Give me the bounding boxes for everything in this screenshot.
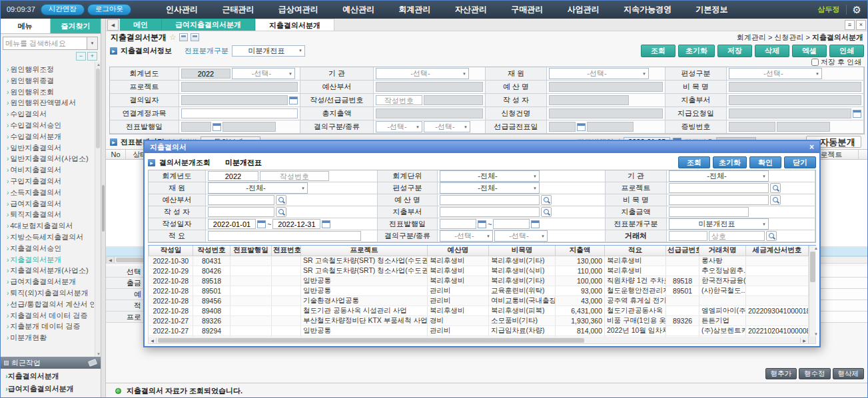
sidebar-item[interactable]: ›수입결의서 <box>7 108 94 120</box>
column-header[interactable]: 선급금번호 <box>666 246 699 256</box>
sidebar-item[interactable]: ›지출결의서분개(사업소) <box>7 265 94 276</box>
sidebar-item[interactable]: ›일반지출결의서(사업소) <box>7 153 94 164</box>
close-icon[interactable]: × <box>809 143 814 151</box>
document-tab[interactable]: 급여지출결의서분개 <box>162 19 255 31</box>
fiscal-half-select[interactable]: -선택-▼ <box>232 68 295 79</box>
summary-input[interactable] <box>208 231 361 241</box>
toolbar-button[interactable]: 저장 <box>717 45 752 57</box>
sidebar-item[interactable]: ›원인행위조정 <box>7 64 94 75</box>
fund-select[interactable]: -선택-▼ <box>549 68 649 79</box>
toolbar-button[interactable]: 초기화 <box>678 45 715 57</box>
column-header[interactable]: 세금계산서번호 <box>746 246 809 256</box>
top-menu-item[interactable]: 회계관리 <box>399 4 431 15</box>
recent-work-item[interactable]: ›급여지출결의서분개 <box>5 383 101 395</box>
search-icon[interactable] <box>276 207 286 217</box>
scroll-down-icon[interactable]: ▼ <box>813 332 819 336</box>
table-row[interactable]: 2022-10-27 89326 부산철도차량정비단 KTX 부품세척 사업 경… <box>149 315 809 325</box>
collapse-all-button[interactable]: − <box>76 52 86 61</box>
decision-kind-select[interactable]: -선택-▼ <box>376 121 422 132</box>
decision-type-select[interactable]: -선택-▼ <box>494 230 548 242</box>
scroll-thumb[interactable] <box>810 252 815 282</box>
slip-from-input[interactable] <box>440 219 476 229</box>
splitter-thumb[interactable] <box>102 185 105 232</box>
menu-search-input[interactable] <box>3 37 87 50</box>
sidebar-item[interactable]: ›수입결의서승인 <box>7 120 94 131</box>
sidebar-item[interactable]: ›지출결의서승인 <box>7 243 94 254</box>
scroll-up-icon[interactable]: ▲ <box>813 246 819 250</box>
column-header[interactable]: 작성일 <box>149 246 193 256</box>
voucher-input2[interactable] <box>777 122 830 132</box>
sidebar-item[interactable]: ›지방소득세지출결의서 <box>7 232 94 243</box>
search-icon[interactable] <box>541 195 552 205</box>
amount-input[interactable] <box>669 207 749 217</box>
top-menu-item[interactable]: 구매관리 <box>511 4 543 15</box>
sidebar-item[interactable]: ›선급/통합결의서 계산서 연 <box>7 299 94 310</box>
link-account-input[interactable] <box>181 108 298 118</box>
top-menu-item[interactable]: 지속가능경영 <box>624 4 671 15</box>
expand-all-button[interactable]: + <box>87 52 97 61</box>
column-header[interactable]: 전표발행일 <box>230 246 272 256</box>
column-header[interactable]: 거래처명 <box>699 246 746 256</box>
row-button[interactable]: 행추가 <box>765 368 797 379</box>
scroll-right-icon[interactable]: ▶ <box>800 338 808 343</box>
scroll-left-icon[interactable]: ◀ <box>149 338 157 343</box>
sidebar-item[interactable]: ›급여지출결의서분개 <box>7 276 94 288</box>
toolbar-button[interactable]: 인쇄 <box>829 45 864 57</box>
slip-date-input[interactable] <box>181 122 211 132</box>
sidebar-item[interactable]: ›소득지출결의서 <box>7 187 94 198</box>
acct-unit-select[interactable]: -전체-▼ <box>440 170 540 182</box>
sidebar-item[interactable]: ›원인행위잔액명세서 <box>7 97 94 108</box>
column-header[interactable]: 적요 <box>605 246 666 256</box>
favorite-star-icon[interactable]: ☆ <box>169 33 177 41</box>
column-header[interactable]: 전표번호 <box>272 246 301 256</box>
table-vscrollbar[interactable]: ▲ ▼ <box>809 246 816 337</box>
modal-titlebar[interactable]: 지출결의서 × <box>145 141 819 153</box>
scroll-thumb[interactable] <box>96 69 100 148</box>
column-header[interactable]: 작성번호 <box>193 246 230 256</box>
search-dropdown-button[interactable]: ▼ <box>87 37 98 50</box>
sidebar-splitter[interactable] <box>101 19 106 398</box>
calendar-icon[interactable] <box>531 220 540 228</box>
top-menu-item[interactable]: 급상여관리 <box>278 4 318 15</box>
write-no-input[interactable] <box>260 171 329 181</box>
sidebar-item[interactable]: ›지출결의서 데이터 검증 <box>7 310 94 321</box>
search-icon[interactable] <box>766 231 777 241</box>
search-icon[interactable] <box>541 207 552 217</box>
sidebar-item[interactable]: ›급여지출결의서 <box>7 198 94 210</box>
search-icon[interactable] <box>770 195 781 205</box>
project-input[interactable] <box>181 82 298 92</box>
top-menu-item[interactable]: 근태관리 <box>222 4 254 15</box>
item-name-input[interactable] <box>729 82 861 92</box>
date-to-input[interactable] <box>272 219 320 229</box>
scroll-left-icon[interactable]: ◀ <box>107 257 115 263</box>
sidebar-item[interactable]: ›퇴직지출결의서 <box>7 209 94 220</box>
tab-scroll-left-button[interactable]: ◀ <box>107 19 119 31</box>
budget-dept-input[interactable] <box>208 195 274 205</box>
column-header[interactable]: 프로젝트 <box>301 246 428 256</box>
budget-dept-input[interactable] <box>376 82 483 92</box>
calendar-icon[interactable] <box>577 123 586 131</box>
tab-menu[interactable]: 메뉴 <box>0 19 51 33</box>
table-row[interactable]: 2022-10-28 89456 기술환경사업공통 관리비 여비교통비(국내출장… <box>149 296 809 305</box>
sidebar-item[interactable]: ›원인행위종결 <box>7 75 94 87</box>
advance-slip-input[interactable] <box>587 122 634 132</box>
slip-div-select[interactable]: 미분개전표▼ <box>669 218 769 230</box>
fiscal-year-input[interactable] <box>181 69 230 79</box>
row-button[interactable]: 행수정 <box>799 368 831 379</box>
advance-date-input[interactable] <box>549 122 576 132</box>
tab-favorites[interactable]: 즐겨찾기 <box>51 19 101 33</box>
sidebar-item[interactable]: ›여비지출결의서 <box>7 164 94 176</box>
document-tab[interactable]: 지출결의서분개 <box>255 19 334 31</box>
vendor-code-input[interactable] <box>669 231 707 241</box>
calendar-icon[interactable] <box>853 110 861 118</box>
calendar-icon[interactable] <box>478 220 486 228</box>
refresh-icon[interactable] <box>179 33 188 41</box>
search-icon[interactable] <box>276 195 286 205</box>
budget-name-input[interactable] <box>549 82 663 92</box>
modal-button[interactable]: 닫기 <box>784 156 816 168</box>
modal-button[interactable]: 확인 <box>749 156 781 168</box>
sidebar-item[interactable]: ›지출분개 데이터 검증 <box>7 321 94 332</box>
write-no-input[interactable] <box>376 95 422 105</box>
column-header[interactable]: 비목명 <box>489 246 556 256</box>
slip-to-input[interactable] <box>493 219 530 229</box>
